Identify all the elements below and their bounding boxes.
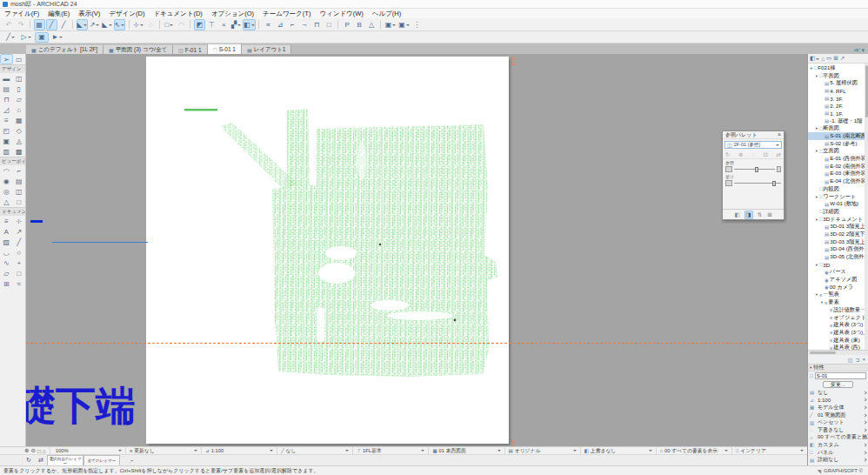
tree-item[interactable]: ▤E-01 (西側外装図) — [808, 155, 868, 163]
tab-scroll-icon[interactable]: ≪ — [853, 47, 859, 54]
palette-button-icon[interactable]: ⇄ — [777, 151, 781, 158]
toolbar-button[interactable]: ↷ — [16, 19, 27, 30]
design-tool-icon[interactable]: ◰ — [0, 125, 13, 136]
document-tool-icon[interactable]: ╱ — [13, 237, 26, 247]
design-tool-icon[interactable]: ▤ — [0, 84, 13, 94]
tree-item[interactable]: ▾□ワークシート — [808, 193, 868, 201]
menu-item[interactable]: 表示(V) — [74, 9, 104, 18]
design-tool-icon[interactable]: ▬ — [0, 73, 13, 84]
design-tool-icon[interactable]: ▱ — [13, 94, 26, 104]
drawing-canvas[interactable]: S-01 S-01 礎下端 参照パレット × ◫ 2F-01 (参照) ↻⊕◌⊡… — [26, 54, 807, 446]
toolbar-button[interactable]: ▞ — [230, 19, 242, 30]
tree-item[interactable]: ▤3D-04 (西側外装図) — [808, 246, 868, 254]
tree-item[interactable]: ▤3D-02 2階見下げ — [808, 231, 868, 238]
document-tool-icon[interactable]: ≡ — [0, 216, 13, 226]
menu-item[interactable]: オプション(O) — [207, 9, 258, 18]
zoom-control-icon[interactable]: ⌂ — [43, 448, 46, 454]
menu-item[interactable]: デザイン(D) — [104, 9, 149, 18]
layer-extra-icon[interactable]: ⌐ — [125, 455, 139, 465]
document-tool-icon[interactable]: ↗ — [13, 226, 26, 237]
document-tool-icon[interactable]: ▨ — [0, 237, 13, 247]
reference-dropdown[interactable]: ◫ 2F-01 (参照) — [724, 141, 782, 149]
tree-item[interactable]: ▤3D-01 3階見上げ — [808, 223, 868, 231]
menu-item[interactable]: ヘルプ(H) — [368, 9, 405, 18]
toolbar-button[interactable]: ◣ — [101, 19, 112, 30]
quickbar-button[interactable]: ▣ — [35, 32, 49, 43]
tree-item[interactable]: ▾□3Dドキュメント — [808, 216, 868, 224]
palette-toggle-icon[interactable]: ⊠ — [766, 211, 772, 218]
view-setting-row[interactable]: ▤詳細なし — [808, 456, 868, 464]
toolbar-button[interactable]: ▣ — [384, 19, 397, 30]
toolbar-button[interactable] — [190, 20, 190, 29]
tree-action-icon[interactable]: ◫ — [848, 357, 853, 363]
layer-tab[interactable]: 全てのレイヤー — [83, 455, 120, 465]
toolbar-button[interactable] — [159, 20, 160, 29]
tree-item[interactable]: ▤2. 2F. — [808, 102, 868, 110]
design-tool-icon[interactable]: ◬ — [13, 136, 26, 146]
design-tool-icon[interactable]: ▣ — [0, 136, 13, 146]
toolbar-button[interactable] — [258, 20, 259, 29]
toolbar-button[interactable]: ◩ — [194, 19, 205, 30]
quickbar-button[interactable]: ► — [50, 32, 64, 43]
toolbar-button[interactable]: ∝ — [263, 19, 274, 30]
view-setting-row[interactable]: □パネル — [808, 449, 868, 457]
menu-item[interactable]: ファイル(F) — [0, 9, 43, 18]
toolbar-button[interactable]: △ — [366, 19, 377, 30]
tree-action-icon[interactable]: ⊐ — [855, 357, 859, 363]
toolbar-button[interactable] — [30, 20, 30, 29]
toolbar-button[interactable]: ◠ — [176, 19, 187, 30]
palette-button-icon[interactable]: ⊡ — [764, 151, 768, 158]
tree-item[interactable]: ▤3D-03 3階見上げ — [808, 238, 868, 246]
tree-item[interactable]: ▾□立面図 — [808, 148, 868, 156]
document-tool-icon[interactable]: A — [0, 226, 13, 237]
tree-horizontal-scrollbar[interactable] — [808, 351, 868, 355]
view-setting-row[interactable]: ╱01 実施図面 — [808, 411, 868, 419]
zoom-control-icon[interactable]: ⊕ — [24, 447, 29, 454]
toolbar-button[interactable]: P — [342, 19, 353, 30]
tree-item[interactable]: ▤5. 屋根伏図 — [808, 79, 868, 87]
palette-button-icon[interactable]: ⊕ — [738, 151, 743, 158]
document-tool-icon[interactable]: ▱ — [0, 268, 13, 278]
toolbar-button[interactable]: ↶ — [3, 19, 15, 30]
reference-opacity-slider[interactable] — [734, 166, 775, 172]
tree-item[interactable]: ≡建具表 (東) — [808, 337, 868, 345]
palette-toggle-icon[interactable]: ⇅ — [757, 211, 763, 218]
viewpoint-tool-icon[interactable]: △ — [0, 197, 13, 207]
tree-item[interactable]: ▾□断面図 — [808, 125, 868, 133]
tree-action-icon[interactable]: × — [862, 357, 865, 362]
slider-handle[interactable] — [772, 181, 776, 186]
view-tab[interactable]: ◫F-01 1 — [173, 44, 207, 54]
toolbar-button[interactable]: B — [354, 19, 365, 30]
zoom-control-icon[interactable]: □ — [37, 448, 41, 454]
design-tool-icon[interactable]: ▩ — [13, 146, 26, 157]
tree-item[interactable]: ◉パース — [808, 269, 868, 277]
toolbar-button[interactable] — [72, 20, 73, 29]
palette-button-icon[interactable]: ↻ — [725, 151, 730, 158]
tree-item[interactable]: ◉00 カメラ — [808, 284, 868, 291]
arrow-tool-icon[interactable]: ➢ — [0, 54, 13, 64]
tree-item[interactable]: ▤E-03 (東側外装図) — [808, 171, 868, 178]
toolbar-button[interactable]: ◣ — [77, 19, 88, 30]
toolbar-button[interactable] — [129, 20, 130, 29]
layer-bar-icon[interactable]: ⇄ — [35, 455, 47, 465]
design-tool-icon[interactable]: ⊓ — [0, 94, 13, 104]
palette-title-bar[interactable]: 参照パレット × — [723, 131, 784, 139]
tree-item[interactable]: ▤S-02 (参考) — [808, 140, 868, 148]
toolbar-button[interactable] — [337, 20, 338, 29]
document-tool-icon[interactable]: + — [13, 258, 26, 268]
toolbar-button[interactable]: □ — [164, 19, 175, 30]
view-tab[interactable]: ▤レイアウト1 — [242, 44, 292, 54]
view-name-input[interactable] — [815, 372, 866, 379]
tree-item[interactable]: □内観図 — [808, 185, 868, 193]
toolbar-button[interactable]: ◌ — [145, 19, 157, 30]
tree-item[interactable]: ◉アキソメ図 — [808, 276, 868, 284]
design-tool-icon[interactable]: ▥ — [0, 146, 13, 157]
viewpoint-tool-icon[interactable]: ◉ — [0, 176, 13, 186]
tree-item[interactable]: ▾□平面図 — [808, 72, 868, 80]
toolbar-button[interactable]: ⇖ — [114, 19, 126, 30]
toolbar-button[interactable]: ▦ — [34, 19, 45, 30]
toolbox-section-document[interactable]: ドキュメント — [0, 207, 25, 216]
quickbar-button[interactable]: ╱ — [3, 32, 17, 43]
toolbar-button[interactable]: ⋮ — [411, 19, 423, 30]
tree-item[interactable]: ▤W-01 (敷地) — [808, 200, 868, 208]
